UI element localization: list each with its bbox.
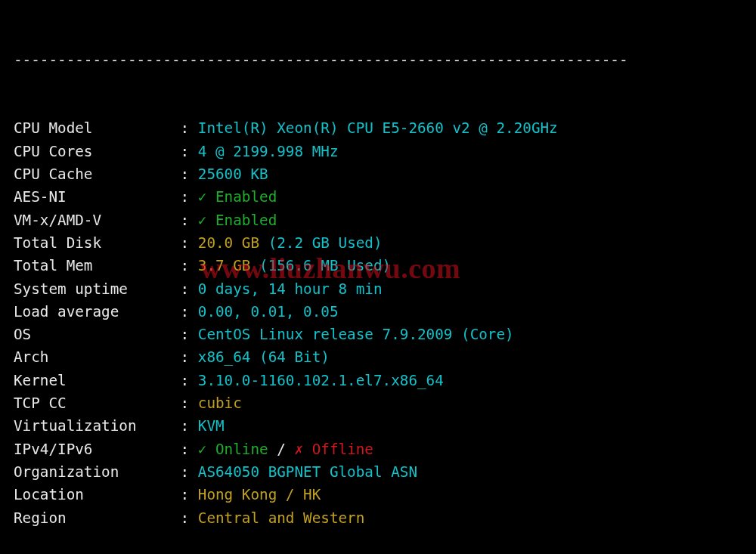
rows-row: Location : Hong Kong / HK [14,484,756,506]
rows-label: Kernel [14,372,172,389]
rows-value-part: ✗ Offline [294,441,373,458]
rows-row: CPU Model : Intel(R) Xeon(R) CPU E5-2660… [14,117,756,140]
rows-row: Total Disk : 20.0 GB (2.2 GB Used) [14,232,756,255]
rows-value: ✓ Enabled [198,188,277,206]
rows-value: 3.7 GB [198,257,259,274]
rows-row: Arch : x86_64 (64 Bit) [14,346,756,369]
rows-value: cubic [198,395,242,412]
rows-label: OS [14,326,172,343]
separator-colon: : [172,188,198,206]
rows-label: TCP CC [14,395,172,412]
rows-value: KVM [198,417,225,435]
rows-label: IPv4/IPv6 [14,441,172,458]
rows-row: Region : Central and Western [14,507,756,530]
rows-label: Location [14,486,172,503]
rows-value: 0.00, 0.01, 0.05 [198,303,339,320]
rows-label: CPU Model [14,119,172,137]
rows-label: Load average [14,303,172,320]
rows-value-part: ✓ Online [198,441,268,458]
rows-label: CPU Cache [14,166,172,183]
rows-label: Region [14,509,172,527]
rows-label: Virtualization [14,417,172,435]
rows-label: AES-NI [14,188,172,206]
rows-row: AES-NI : ✓ Enabled [14,186,756,209]
separator-colon: : [172,486,198,503]
separator-colon: : [172,395,198,412]
rows-row: System uptime : 0 days, 14 hour 8 min [14,278,756,301]
rows-label: Organization [14,463,172,481]
separator-colon: : [172,212,198,229]
rows-label: Total Mem [14,257,172,274]
rows-value: 20.0 GB [198,234,268,252]
separator-colon: : [172,257,198,274]
rows-value: 4 @ 2199.998 MHz [198,143,339,160]
rows-row: OS : CentOS Linux release 7.9.2009 (Core… [14,323,756,346]
rows-value: AS64050 BGPNET Global ASN [198,463,417,481]
rows-value: 3.10.0-1160.102.1.el7.x86_64 [198,372,444,389]
separator-colon: : [172,509,198,527]
rows-row: Load average : 0.00, 0.01, 0.05 [14,301,756,323]
rows-row: Kernel : 3.10.0-1160.102.1.el7.x86_64 [14,370,756,392]
separator-colon: : [172,348,198,366]
rows-label: VM-x/AMD-V [14,212,172,229]
rows-row: CPU Cache : 25600 KB [14,163,756,186]
rows-label: Total Disk [14,234,172,252]
rows-value-extra: (2.2 GB Used) [268,234,383,252]
rows-row: IPv4/IPv6 : ✓ Online / ✗ Offline [14,438,756,461]
rows-row: Virtualization : KVM [14,415,756,438]
rows-label: Arch [14,348,172,366]
rows-row: VM-x/AMD-V : ✓ Enabled [14,209,756,232]
divider-top: ----------------------------------------… [14,49,756,72]
rows-row: TCP CC : cubic [14,392,756,415]
separator-colon: : [172,463,198,481]
separator-colon: : [172,326,198,343]
rows-value-part: / [268,441,295,458]
rows-row: Total Mem : 3.7 GB (156.6 MB Used) [14,255,756,277]
separator-colon: : [172,234,198,252]
terminal-output: ----------------------------------------… [0,0,756,554]
rows-value: x86_64 (64 Bit) [198,348,330,366]
separator-colon: : [172,143,198,160]
rows-value: CentOS Linux release 7.9.2009 (Core) [198,326,514,343]
rows-value: Hong Kong / HK [198,486,321,503]
rows-value: Central and Western [198,509,365,527]
rows-label: CPU Cores [14,143,172,160]
separator-colon: : [172,372,198,389]
separator-colon: : [172,303,198,320]
rows-row: CPU Cores : 4 @ 2199.998 MHz [14,141,756,163]
rows-row: Organization : AS64050 BGPNET Global ASN [14,461,756,484]
separator-colon: : [172,417,198,435]
rows-value: ✓ Enabled [198,212,277,229]
rows-value: Intel(R) Xeon(R) CPU E5-2660 v2 @ 2.20GH… [198,119,558,137]
separator-colon: : [172,441,198,458]
separator-colon: : [172,280,198,298]
separator-colon: : [172,119,198,137]
rows-value: 0 days, 14 hour 8 min [198,280,383,298]
rows-value: 25600 KB [198,166,268,183]
rows-value-extra: (156.6 MB Used) [259,257,391,274]
rows-label: System uptime [14,280,172,298]
separator-colon: : [172,166,198,183]
